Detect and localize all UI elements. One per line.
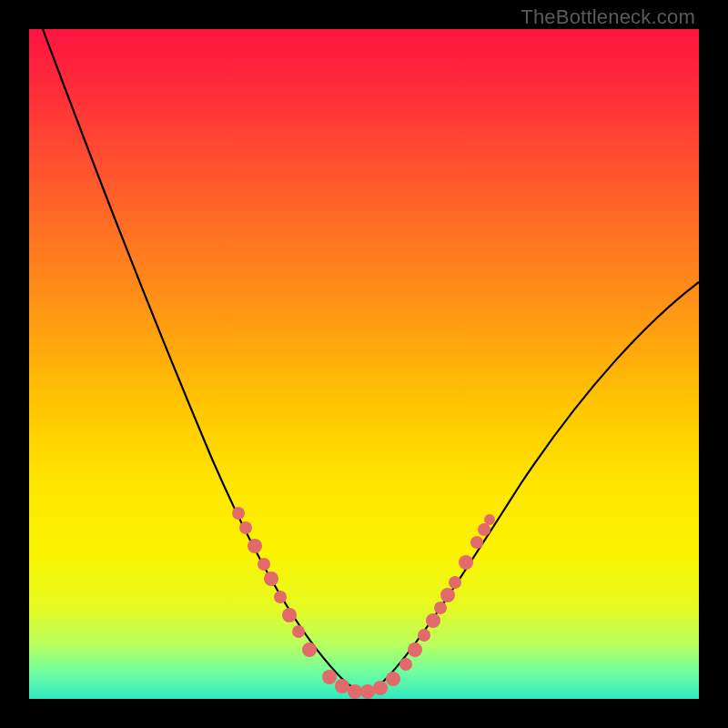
svg-point-10 <box>335 679 349 693</box>
plot-area <box>29 29 699 699</box>
svg-point-6 <box>282 608 297 622</box>
svg-point-3 <box>258 558 270 571</box>
svg-point-2 <box>248 539 262 553</box>
svg-point-5 <box>274 591 287 603</box>
svg-point-18 <box>426 613 440 628</box>
svg-point-17 <box>418 629 430 642</box>
svg-point-0 <box>232 507 245 520</box>
watermark-text: TheBottleneck.com <box>521 5 695 29</box>
svg-point-23 <box>470 536 483 549</box>
svg-point-16 <box>408 642 422 657</box>
svg-point-7 <box>292 625 305 638</box>
svg-point-21 <box>449 576 461 589</box>
marker-cluster-bottom <box>322 670 400 699</box>
marker-cluster-left <box>232 507 317 657</box>
svg-point-8 <box>302 642 317 657</box>
svg-point-20 <box>440 588 455 602</box>
chart-frame: TheBottleneck.com <box>0 0 728 728</box>
svg-point-15 <box>399 658 412 671</box>
svg-point-11 <box>348 684 362 699</box>
svg-point-19 <box>434 602 447 614</box>
marker-cluster-right <box>399 514 495 671</box>
svg-point-1 <box>239 521 252 534</box>
curve-layer <box>29 29 699 699</box>
svg-point-25 <box>484 514 495 525</box>
svg-point-13 <box>373 681 388 695</box>
bottleneck-curve <box>43 29 699 691</box>
svg-point-24 <box>478 523 490 536</box>
svg-point-12 <box>360 684 375 699</box>
svg-point-4 <box>264 571 278 586</box>
svg-point-14 <box>386 672 400 686</box>
svg-point-22 <box>459 555 473 570</box>
svg-point-9 <box>322 670 337 684</box>
